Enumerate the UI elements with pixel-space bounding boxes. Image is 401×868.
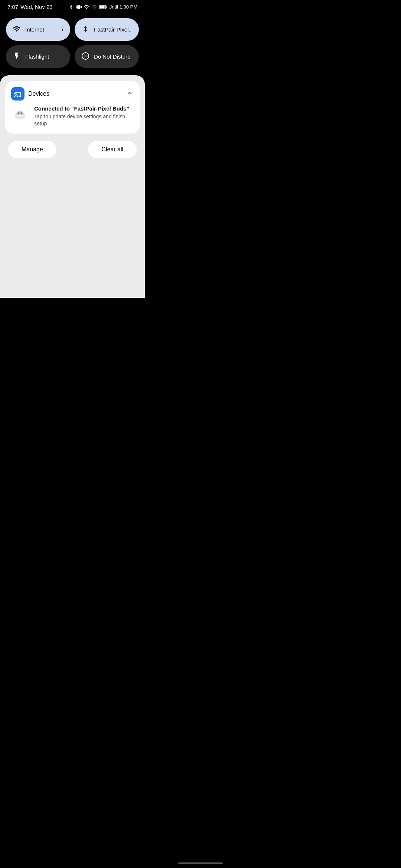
time-display: 7:07 xyxy=(7,4,18,10)
battery-label: Until 1:30 PM xyxy=(108,4,137,10)
buttons-row: Manage Clear all xyxy=(5,139,140,160)
battery-icon xyxy=(99,4,107,10)
devices-title-row: Devices xyxy=(11,87,49,101)
notification-area: Devices xyxy=(0,75,145,298)
fastpair-tile[interactable]: FastPair-Pixel.. xyxy=(75,18,139,41)
devices-icon-bg xyxy=(11,87,25,101)
status-right: Until 1:30 PM xyxy=(68,4,137,10)
flashlight-tile-icon xyxy=(13,52,21,61)
svg-point-10 xyxy=(18,112,19,114)
bluetooth-tile-icon xyxy=(81,25,89,34)
devices-header: Devices xyxy=(11,87,134,101)
cast-icon xyxy=(14,90,22,98)
devices-section-title: Devices xyxy=(28,91,49,97)
pixel-buds-icon xyxy=(11,105,29,123)
internet-tile-label: Internet xyxy=(25,26,44,33)
quick-tiles: Internet › FastPair-Pixel.. Flashlight D… xyxy=(0,12,145,75)
svg-rect-1 xyxy=(106,6,107,8)
flashlight-tile-label: Flashlight xyxy=(25,53,49,60)
svg-rect-2 xyxy=(100,6,105,9)
fastpair-tile-label: FastPair-Pixel.. xyxy=(94,26,132,33)
status-left: 7:07 Wed, Nov 23 xyxy=(7,4,53,10)
devices-collapse-button[interactable] xyxy=(125,89,134,99)
device-desc: Tap to update device settings and finish… xyxy=(34,113,134,128)
clear-all-button[interactable]: Clear all xyxy=(88,141,137,158)
date-display: Wed, Nov 23 xyxy=(20,4,52,10)
signal-icon xyxy=(91,4,97,10)
internet-chevron-icon: › xyxy=(62,26,63,33)
dnd-tile[interactable]: Do Not Disturb xyxy=(75,45,139,68)
device-image xyxy=(11,105,29,123)
dnd-tile-icon xyxy=(81,52,89,61)
flashlight-tile[interactable]: Flashlight xyxy=(6,45,70,68)
manage-button[interactable]: Manage xyxy=(8,141,56,158)
internet-tile[interactable]: Internet › xyxy=(6,18,70,41)
wifi-icon xyxy=(84,4,89,10)
device-info: Connected to “FastPair-Pixel Buds” Tap t… xyxy=(34,105,134,128)
device-item[interactable]: Connected to “FastPair-Pixel Buds” Tap t… xyxy=(11,105,134,128)
dnd-tile-label: Do Not Disturb xyxy=(94,53,130,60)
status-bar: 7:07 Wed, Nov 23 Until 1:30 PM xyxy=(0,0,145,12)
bluetooth-icon xyxy=(68,4,74,10)
devices-card[interactable]: Devices xyxy=(5,81,140,134)
vibrate-icon xyxy=(76,4,82,10)
device-name: Connected to “FastPair-Pixel Buds” xyxy=(34,105,134,112)
wifi-tile-icon xyxy=(13,25,21,34)
svg-point-11 xyxy=(21,112,22,114)
